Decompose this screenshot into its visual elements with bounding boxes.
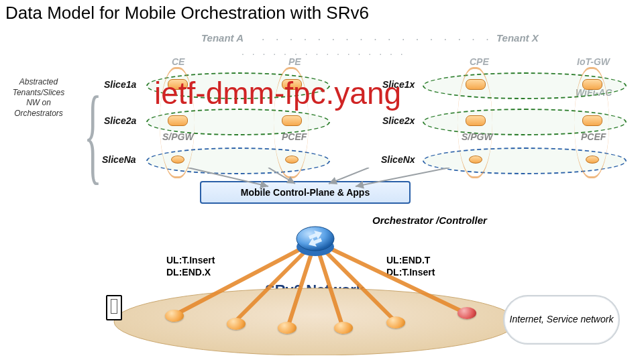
tenant-ellipsis-2: · · · · · · · · · · · · · · · · [241, 48, 406, 59]
svg-line-11 [268, 168, 295, 184]
node-icon [582, 115, 602, 126]
pcef-label: PCEF [282, 131, 307, 142]
curly-brace-icon: { [84, 72, 102, 196]
cloud-label: Internet, Service network [510, 314, 614, 326]
cloud-internet: Internet, Service network [503, 295, 620, 345]
router-icon [227, 318, 246, 330]
router-icon [386, 316, 405, 328]
node-icon [469, 156, 482, 164]
col-pe: PE [288, 56, 301, 67]
svg-point-0 [114, 288, 517, 355]
node-icon [466, 115, 486, 126]
pcef-label-2: PCEF [581, 131, 606, 142]
slice-2x-label: Slice2x [382, 115, 415, 126]
network-diagram-icon [101, 201, 530, 355]
router-icon [165, 310, 184, 322]
slice-na-label: SliceNa [102, 154, 136, 165]
svg-line-10 [188, 168, 268, 186]
node-icon [282, 115, 302, 126]
tenant-ellipsis: · · · · · · · · · · · · · · · · · [262, 34, 493, 46]
arrows-down-icon [134, 168, 510, 194]
spgw-label-2: S/PGW [462, 131, 493, 142]
phone-icon [106, 295, 122, 320]
page-title: Data Model for Mobile Orchestration with… [5, 3, 369, 23]
col-ce: CE [172, 56, 184, 67]
svg-point-8 [297, 227, 334, 251]
spgw-label: S/PGW [162, 131, 194, 142]
col-cpe: CPE [470, 56, 489, 67]
node-icon [285, 156, 299, 164]
tenant-a-label: Tenant A [201, 32, 244, 44]
node-icon [168, 115, 188, 126]
node-icon [582, 79, 602, 90]
col-iot: IoT-GW [577, 56, 610, 67]
side-brace-label: Abstracted Tenants/Slices NW on Orchestr… [7, 77, 70, 119]
router-icon [458, 307, 476, 319]
slice-nx-label: SliceNx [381, 154, 415, 165]
node-icon [586, 156, 599, 164]
router-icon [278, 322, 297, 334]
ietf-yang-label: ietf-dmm-fpc.yang [154, 75, 401, 111]
slice-2a-label: Slice2a [104, 115, 136, 126]
svg-line-12 [356, 168, 449, 186]
node-icon [466, 79, 486, 90]
node-icon [171, 156, 184, 164]
slice-1a-label: Slice1a [104, 79, 136, 90]
router-icon [334, 322, 353, 334]
svg-line-13 [329, 168, 369, 184]
tenant-x-label: Tenant X [496, 32, 539, 44]
